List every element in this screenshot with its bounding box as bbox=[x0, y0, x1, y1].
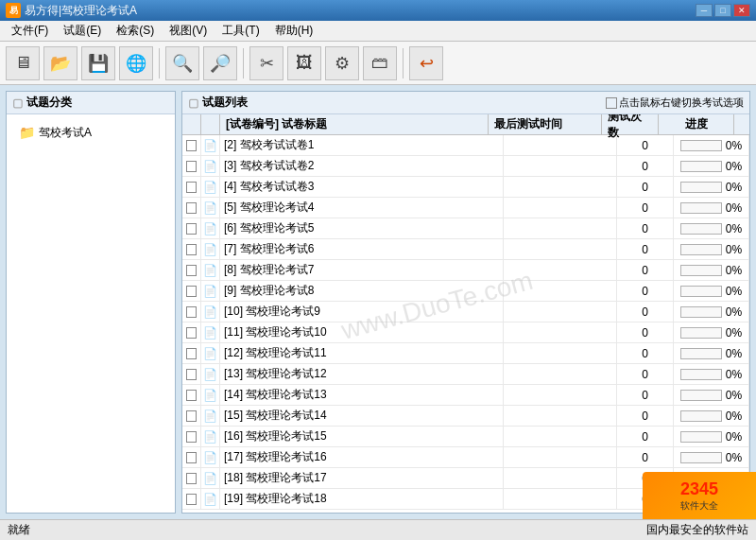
left-panel: ▢ 试题分类 📁 驾校考试A bbox=[6, 91, 176, 514]
row-checkbox[interactable] bbox=[186, 452, 197, 463]
menu-exam[interactable]: 试题(E) bbox=[56, 21, 109, 41]
table-row[interactable]: 📄 [9] 驾校理论考试8 0 0% bbox=[182, 281, 749, 302]
row-checkbox-cell[interactable] bbox=[182, 218, 201, 238]
row-time bbox=[504, 364, 617, 384]
table-row[interactable]: 📄 [5] 驾校理论考试4 0 0% bbox=[182, 198, 749, 218]
table-row[interactable]: 📄 [14] 驾校理论考试13 0 0% bbox=[182, 385, 749, 406]
window-controls: ─ □ ✕ bbox=[696, 4, 750, 17]
row-checkbox[interactable] bbox=[186, 431, 197, 443]
row-count: 0 bbox=[617, 239, 674, 259]
th-time: 最后测试时间 bbox=[489, 114, 602, 134]
row-time bbox=[504, 281, 617, 301]
row-icon-cell: 📄 bbox=[201, 406, 220, 426]
row-icon-cell: 📄 bbox=[201, 364, 220, 384]
table-row[interactable]: 📄 [13] 驾校理论考试12 0 0% bbox=[182, 364, 749, 385]
row-checkbox-cell[interactable] bbox=[182, 260, 201, 280]
row-checkbox-cell[interactable] bbox=[182, 302, 201, 322]
table-row[interactable]: 📄 [16] 驾校理论考试15 0 0% bbox=[182, 427, 749, 447]
row-checkbox-cell[interactable] bbox=[182, 385, 201, 405]
corner-badge: 2345 软件大全 bbox=[643, 472, 756, 519]
table-row[interactable]: 📄 [15] 驾校理论考试14 0 0% bbox=[182, 406, 749, 427]
row-checkbox[interactable] bbox=[186, 244, 197, 255]
row-checkbox[interactable] bbox=[186, 202, 197, 214]
row-progress: 0% bbox=[674, 364, 749, 384]
row-checkbox[interactable] bbox=[186, 306, 197, 318]
row-checkbox[interactable] bbox=[186, 348, 197, 359]
progress-text: 0% bbox=[726, 368, 742, 381]
menu-file[interactable]: 文件(F) bbox=[4, 21, 56, 41]
tb-back-button[interactable]: ↩ bbox=[409, 46, 443, 80]
row-checkbox[interactable] bbox=[186, 265, 197, 276]
row-icon-cell: 📄 bbox=[201, 427, 220, 446]
tb-web-button[interactable]: 🌐 bbox=[119, 46, 153, 80]
row-checkbox-cell[interactable] bbox=[182, 406, 201, 426]
row-checkbox-cell[interactable] bbox=[182, 322, 201, 342]
tb-cut-button[interactable]: ✂ bbox=[249, 46, 284, 80]
table-row[interactable]: 📄 [6] 驾校理论考试5 0 0% bbox=[182, 218, 749, 239]
progress-bar-container bbox=[680, 431, 722, 443]
doc-icon: 📄 bbox=[203, 285, 217, 298]
row-checkbox-cell[interactable] bbox=[182, 468, 201, 488]
tb-db-button[interactable]: 🗃 bbox=[363, 46, 397, 80]
row-time bbox=[504, 302, 617, 322]
row-checkbox-cell[interactable] bbox=[182, 198, 201, 218]
row-checkbox[interactable] bbox=[186, 390, 197, 401]
doc-icon: 📄 bbox=[203, 368, 217, 381]
doc-icon: 📄 bbox=[203, 181, 217, 194]
tb-image-button[interactable]: 🖼 bbox=[287, 46, 321, 80]
row-checkbox-cell[interactable] bbox=[182, 427, 201, 446]
row-checkbox[interactable] bbox=[186, 286, 197, 297]
row-name: [2] 驾校考试试卷1 bbox=[220, 135, 504, 155]
menu-help[interactable]: 帮助(H) bbox=[267, 21, 321, 41]
table-row[interactable]: 📄 [10] 驾校理论考试9 0 0% bbox=[182, 302, 749, 322]
maximize-button[interactable]: □ bbox=[714, 4, 731, 17]
tb-search-button[interactable]: 🔍 bbox=[165, 46, 199, 80]
row-checkbox[interactable] bbox=[186, 494, 197, 505]
progress-bar-container bbox=[680, 327, 722, 339]
table-row[interactable]: 📄 [4] 驾校考试试卷3 0 0% bbox=[182, 177, 749, 198]
row-icon-cell: 📄 bbox=[201, 447, 220, 467]
tb-search2-button[interactable]: 🔎 bbox=[203, 46, 237, 80]
table-row[interactable]: 📄 [11] 驾校理论考试10 0 0% bbox=[182, 322, 749, 343]
menu-tools[interactable]: 工具(T) bbox=[215, 21, 266, 41]
row-checkbox[interactable] bbox=[186, 473, 197, 484]
row-checkbox-cell[interactable] bbox=[182, 343, 201, 363]
tree-item-label: 驾校考试A bbox=[39, 125, 92, 141]
row-checkbox[interactable] bbox=[186, 369, 197, 380]
row-progress: 0% bbox=[674, 177, 749, 197]
row-checkbox[interactable] bbox=[186, 182, 197, 193]
table-row[interactable]: 📄 [8] 驾校理论考试7 0 0% bbox=[182, 260, 749, 281]
menu-search[interactable]: 检索(S) bbox=[109, 21, 162, 41]
tb-open-button[interactable]: 📂 bbox=[43, 46, 77, 80]
table-row[interactable]: 📄 [17] 驾校理论考试16 0 0% bbox=[182, 447, 749, 468]
table-row[interactable]: 📄 [2] 驾校考试试卷1 0 0% bbox=[182, 135, 749, 156]
row-checkbox[interactable] bbox=[186, 161, 197, 172]
tree-item-driving-school[interactable]: 📁 驾校考试A bbox=[12, 120, 169, 145]
row-checkbox-cell[interactable] bbox=[182, 281, 201, 301]
row-checkbox-cell[interactable] bbox=[182, 177, 201, 197]
tb-save-button[interactable]: 💾 bbox=[81, 46, 115, 80]
row-checkbox-cell[interactable] bbox=[182, 135, 201, 155]
row-checkbox-cell[interactable] bbox=[182, 364, 201, 384]
row-checkbox[interactable] bbox=[186, 223, 197, 235]
row-checkbox[interactable] bbox=[186, 410, 197, 422]
row-checkbox-cell[interactable] bbox=[182, 156, 201, 176]
table-body[interactable]: 📄 [2] 驾校考试试卷1 0 0% 📄 [3] 驾校考试试卷2 0 bbox=[182, 135, 749, 513]
progress-bar-container bbox=[680, 390, 722, 401]
progress-bar-container bbox=[680, 369, 722, 380]
row-count: 0 bbox=[617, 198, 674, 218]
row-checkbox-cell[interactable] bbox=[182, 489, 201, 509]
tb-settings-button[interactable]: ⚙ bbox=[325, 46, 359, 80]
row-checkbox[interactable] bbox=[186, 327, 197, 339]
table-row[interactable]: 📄 [7] 驾校理论考试6 0 0% bbox=[182, 239, 749, 260]
table-row[interactable]: 📄 [12] 驾校理论考试11 0 0% bbox=[182, 343, 749, 364]
menu-view[interactable]: 视图(V) bbox=[162, 21, 215, 41]
close-button[interactable]: ✕ bbox=[733, 4, 750, 17]
row-checkbox-cell[interactable] bbox=[182, 447, 201, 467]
minimize-button[interactable]: ─ bbox=[696, 4, 713, 17]
row-checkbox-cell[interactable] bbox=[182, 239, 201, 259]
row-checkbox[interactable] bbox=[186, 140, 197, 151]
table-row[interactable]: 📄 [3] 驾校考试试卷2 0 0% bbox=[182, 156, 749, 177]
tb-new-button[interactable]: 🖥 bbox=[6, 46, 40, 80]
row-time bbox=[504, 468, 617, 488]
